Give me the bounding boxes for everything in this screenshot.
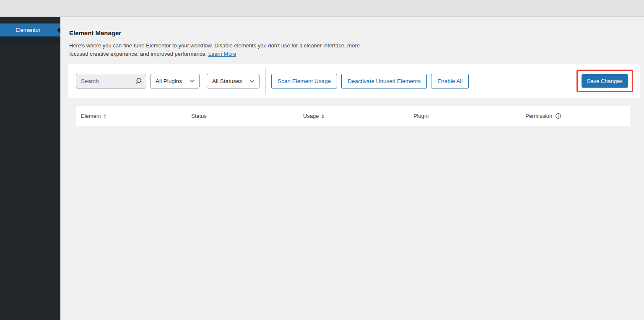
sidebar-item-elementor[interactable]: Elementor: [0, 23, 60, 36]
page-description: Here's where you can fine-tune Elementor…: [69, 42, 372, 58]
sidebar-top-group: [0, 17, 60, 20]
learn-more-link[interactable]: Learn More: [208, 51, 236, 57]
column-header-permission: Permission: [525, 113, 630, 119]
zoom-button[interactable]: [29, 5, 34, 11]
column-header-element[interactable]: Element: [75, 113, 191, 119]
search-icon: [135, 77, 143, 86]
column-header-usage[interactable]: Usage: [303, 113, 413, 119]
toolbar: All Plugins All Statuses Scan Element Us…: [68, 64, 640, 98]
statuses-filter-label: All Statuses: [212, 78, 242, 84]
save-changes-wrap: Save Changes: [582, 74, 628, 88]
elements-table: Element Status Usage Plugin Permission: [75, 106, 630, 126]
table-header-row: Element Status Usage Plugin Permission: [75, 106, 630, 126]
admin-sidebar: Elementor: [0, 17, 60, 320]
enable-all-button[interactable]: Enable All: [431, 74, 469, 88]
column-header-plugin: Plugin: [413, 113, 525, 119]
sort-icon[interactable]: [322, 114, 324, 118]
search-wrap: [76, 74, 146, 88]
page-title: Element Manager: [69, 29, 644, 36]
sidebar-item-label: Elementor: [16, 27, 40, 33]
window-titlebar: [0, 0, 644, 17]
chevron-down-icon: [249, 80, 254, 83]
main-content: Element Manager Here's where you can fin…: [60, 17, 644, 320]
elementor-logo-icon: [4, 26, 12, 34]
elementor-submenu: [0, 36, 60, 44]
save-changes-button[interactable]: Save Changes: [582, 74, 628, 88]
scan-element-usage-button[interactable]: Scan Element Usage: [271, 74, 337, 88]
chevron-down-icon: [190, 80, 194, 83]
statuses-filter-dropdown[interactable]: All Statuses: [207, 74, 260, 88]
minimize-button[interactable]: [19, 5, 25, 11]
toolbar-divider: [265, 68, 266, 94]
sort-icon[interactable]: [104, 114, 106, 118]
plugins-filter-label: All Plugins: [156, 78, 182, 84]
column-header-status: Status: [191, 113, 303, 119]
deactivate-unused-elements-button[interactable]: Deactivate Unused Elements: [341, 74, 427, 88]
close-button[interactable]: [10, 5, 16, 11]
plugins-filter-dropdown[interactable]: All Plugins: [150, 74, 200, 88]
info-icon[interactable]: [555, 113, 561, 119]
